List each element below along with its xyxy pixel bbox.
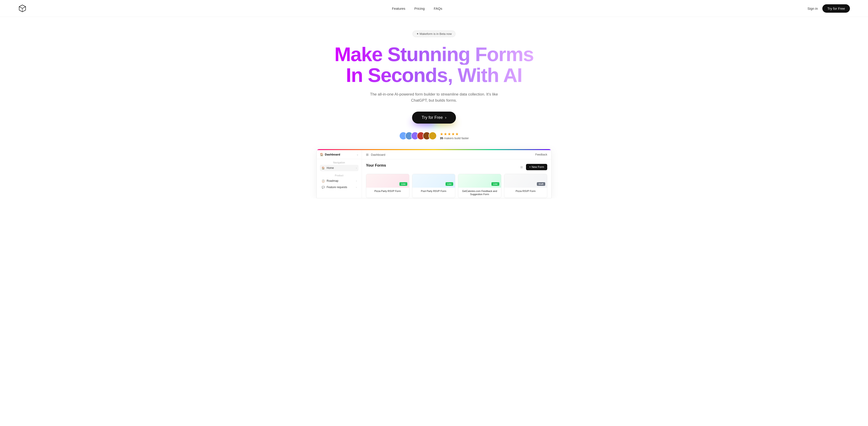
- social-text: ★★★★★ 35 makers build faster: [440, 132, 469, 140]
- star-rating: ★★★★★: [440, 132, 469, 137]
- avatar: [429, 132, 437, 140]
- sidebar-title: 🏠 Dashboard: [320, 153, 340, 156]
- svg-line-4: [22, 6, 26, 8]
- product-section-label: Product: [320, 174, 359, 177]
- form-badge-live: Live: [445, 182, 453, 186]
- social-proof: ★★★★★ 35 makers build faster: [399, 132, 469, 140]
- home-icon: 🏠: [320, 153, 323, 156]
- sidebar-roadmap-label: Roadmap: [327, 179, 338, 182]
- view-toggle: ⊞: [520, 165, 524, 170]
- avatar-group: [399, 132, 437, 140]
- form-badge-draft: Draft: [537, 182, 545, 186]
- cta-arrow: ›: [445, 115, 446, 120]
- nav-section: Navigation 🏠 Home ›: [317, 159, 362, 172]
- grid-view-button[interactable]: ⊞: [520, 165, 524, 170]
- feedback-button[interactable]: Feedback: [535, 153, 547, 156]
- sidebar-item-home[interactable]: 🏠 Home ›: [320, 165, 359, 171]
- form-name: Pizza Party RSVP Form: [368, 190, 407, 193]
- social-count: 35: [440, 137, 443, 140]
- sidebar-chevron-icon[interactable]: ⌄: [356, 153, 359, 156]
- sidebar-toggle-button[interactable]: ⊞: [366, 153, 369, 157]
- sign-in-button[interactable]: Sign in: [807, 6, 818, 10]
- sidebar-home-label: Home: [327, 166, 334, 170]
- form-card[interactable]: Draft Pizza RSVP Form: [504, 174, 548, 198]
- social-suffix: makers build faster: [444, 137, 469, 140]
- your-forms-title: Your Forms: [366, 164, 386, 168]
- nav-faqs[interactable]: FAQs: [434, 6, 442, 10]
- new-form-button[interactable]: + New Form: [526, 164, 547, 170]
- hero-title-line2: In Seconds, With AI: [334, 65, 533, 86]
- hero-cta-container: Try for Free ›: [412, 112, 456, 123]
- dashboard-content: Your Forms ⊞ + New Form: [362, 159, 551, 198]
- roadmap-chevron-icon: ›: [356, 180, 357, 182]
- form-card-body: Live Pool Party RSVP Form: [412, 188, 455, 194]
- feature-requests-icon: 💬: [322, 186, 325, 189]
- home-chevron-icon: ›: [356, 167, 357, 169]
- sidebar-item-roadmap[interactable]: 📋 Roadmap ›: [320, 178, 359, 184]
- roadmap-icon: 📋: [322, 179, 325, 182]
- form-card[interactable]: Live Pizza Party RSVP Form: [366, 174, 409, 198]
- forms-grid: Live Pizza Party RSVP Form Live Pool Par…: [366, 174, 547, 198]
- sidebar-item-feature-requests[interactable]: 💬 Feature requests ›: [320, 184, 359, 190]
- dashboard-sidebar: 🏠 Dashboard ⌄ Navigation 🏠 Home ›: [317, 150, 362, 198]
- form-card-body: Draft Pizza RSVP Form: [504, 188, 547, 194]
- logo-icon: [18, 4, 27, 13]
- form-name: Pool Party RSVP Form: [414, 190, 453, 193]
- svg-line-3: [19, 6, 22, 8]
- nav-features[interactable]: Features: [392, 6, 405, 10]
- hero-cta-button[interactable]: Try for Free ›: [412, 112, 456, 123]
- form-badge-live: Live: [399, 182, 407, 186]
- form-name: GetCalories.com Feedback and Suggestion …: [460, 190, 499, 196]
- svg-marker-1: [19, 5, 26, 8]
- sidebar-header: 🏠 Dashboard ⌄: [317, 150, 362, 159]
- social-label: 35 makers build faster: [440, 137, 469, 140]
- try-free-nav-button[interactable]: Try for Free: [822, 4, 850, 13]
- main-header: ⊞ Dashboard Feedback: [362, 150, 551, 159]
- product-section: Product 📋 Roadmap › 💬 Feature requests: [317, 172, 362, 191]
- hero-subtitle: The all-in-one AI-powered form builder t…: [366, 91, 502, 104]
- nav-actions: Sign in Try for Free: [807, 4, 850, 13]
- form-card[interactable]: Live GetCalories.com Feedback and Sugges…: [458, 174, 501, 198]
- logo[interactable]: [18, 4, 27, 13]
- feature-chevron-icon: ›: [356, 186, 357, 189]
- nav-pricing[interactable]: Pricing: [414, 6, 425, 10]
- hero-title-line1: Make Stunning Forms: [334, 44, 533, 65]
- form-badge-live: Live: [491, 182, 499, 186]
- form-card[interactable]: Live Pool Party RSVP Form: [412, 174, 456, 198]
- home-nav-icon: 🏠: [322, 167, 325, 170]
- navbar: Features Pricing FAQs Sign in Try for Fr…: [0, 0, 868, 17]
- forms-header: Your Forms ⊞ + New Form: [366, 164, 547, 171]
- form-name: Pizza RSVP Form: [506, 190, 545, 193]
- nav-links: Features Pricing FAQs: [392, 6, 442, 10]
- form-card-body: Live GetCalories.com Feedback and Sugges…: [458, 188, 501, 198]
- form-card-body: Live Pizza Party RSVP Form: [366, 188, 409, 194]
- hero-section: ✦ Makeform is in Beta now Make Stunning …: [0, 17, 868, 198]
- cta-label: Try for Free: [422, 115, 442, 120]
- dashboard-inner: 🏠 Dashboard ⌄ Navigation 🏠 Home ›: [317, 150, 551, 198]
- breadcrumb: Dashboard: [371, 153, 385, 157]
- dashboard-preview: 🏠 Dashboard ⌄ Navigation 🏠 Home ›: [316, 149, 552, 198]
- hero-title: Make Stunning Forms In Seconds, With AI: [334, 44, 533, 86]
- dashboard-main: ⊞ Dashboard Feedback Your Forms ⊞ + New …: [362, 150, 551, 198]
- beta-badge: ✦ Makeform is in Beta now: [412, 31, 456, 37]
- nav-section-label: Navigation: [320, 161, 359, 164]
- sidebar-feature-label: Feature requests: [327, 186, 347, 189]
